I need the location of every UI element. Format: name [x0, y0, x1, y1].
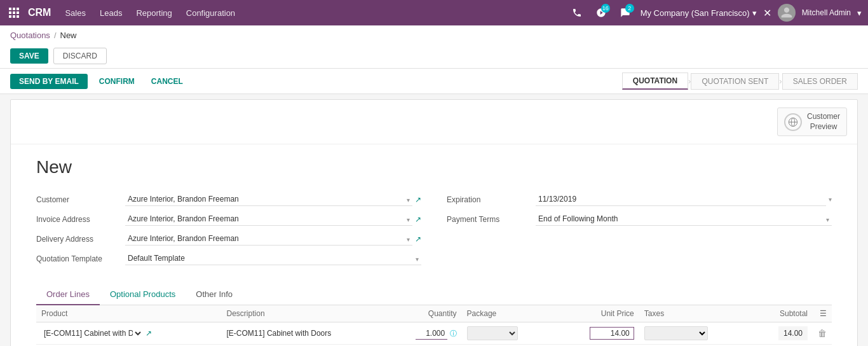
breadcrumb-separator: /	[54, 31, 57, 40]
quantity-info-icon[interactable]: ⓘ	[450, 329, 457, 337]
payment-terms-select-wrap[interactable]: End of Following Month	[536, 212, 832, 226]
description-input[interactable]	[227, 329, 379, 338]
invoice-address-value-wrap: Azure Interior, Brandon Freeman ↗	[125, 212, 421, 226]
status-quotation[interactable]: QUOTATION	[622, 73, 688, 90]
svg-rect-4	[13, 11, 15, 14]
payment-terms-select[interactable]: End of Following Month	[536, 212, 832, 226]
app-brand: CRM	[28, 7, 51, 18]
tab-optional-products[interactable]: Optional Products	[100, 284, 186, 305]
cell-package	[462, 322, 555, 345]
menu-configuration[interactable]: Configuration	[185, 6, 236, 20]
taxes-select[interactable]	[644, 326, 708, 340]
cancel-button[interactable]: CANCEL	[146, 74, 188, 89]
menu-reporting[interactable]: Reporting	[135, 6, 173, 20]
cell-quantity: ⓘ	[383, 322, 461, 345]
table-header-row: Product Description Quantity Package Uni…	[36, 305, 832, 322]
col-settings[interactable]: ☰	[813, 305, 832, 322]
topnav-right: 16 2 My Company (San Francisco) ▾ ✕ Mitc…	[568, 4, 862, 22]
cell-product: [E-COM11] Cabinet with Do... ↗	[36, 322, 222, 345]
invoice-address-select[interactable]: Azure Interior, Brandon Freeman	[125, 212, 412, 226]
svg-rect-1	[13, 8, 15, 10]
save-button[interactable]: SAVE	[10, 48, 48, 64]
invoice-address-select-wrap[interactable]: Azure Interior, Brandon Freeman	[125, 212, 412, 226]
unit-price-input[interactable]	[590, 327, 634, 340]
top-navigation: CRM Sales Leads Reporting Configuration …	[0, 0, 868, 25]
activity-icon[interactable]: 16	[592, 4, 610, 22]
menu-leads[interactable]: Leads	[98, 6, 123, 20]
messages-icon[interactable]: 2	[616, 4, 634, 22]
svg-rect-2	[17, 8, 19, 10]
tab-other-info[interactable]: Other Info	[186, 284, 243, 305]
customer-preview-button[interactable]: CustomerPreview	[777, 107, 847, 136]
svg-rect-6	[9, 15, 11, 18]
col-unit-price: Unit Price	[555, 305, 639, 322]
status-quotation-sent[interactable]: QUOTATION SENT	[691, 73, 779, 90]
form-right: Expiration ▾ Payment Terms End of Follow…	[447, 193, 832, 272]
col-subtotal: Subtotal	[752, 305, 813, 322]
form-grid: Customer Azure Interior, Brandon Freeman…	[36, 193, 832, 272]
doc-title: New	[36, 157, 832, 177]
svg-rect-3	[9, 11, 11, 14]
expiration-row: Expiration ▾	[447, 193, 832, 206]
expiration-input[interactable]	[536, 193, 826, 206]
quotation-template-select[interactable]: Default Template	[125, 252, 421, 265]
customer-select[interactable]: Azure Interior, Brandon Freeman	[125, 193, 412, 206]
main-menu: Sales Leads Reporting Configuration	[64, 6, 236, 20]
send-email-button[interactable]: SEND BY EMAIL	[10, 74, 88, 89]
user-name[interactable]: Mitchell Admin	[802, 8, 851, 17]
subtotal-value: 14.00	[778, 326, 808, 340]
payment-terms-label: Payment Terms	[447, 215, 529, 224]
tabs-bar: Order Lines Optional Products Other Info	[36, 284, 832, 305]
user-dropdown-icon: ▾	[857, 8, 862, 18]
action-bar: SAVE DISCARD	[10, 44, 858, 68]
cell-description	[222, 322, 384, 345]
messages-badge: 2	[625, 4, 634, 13]
doc-card-top: CustomerPreview	[11, 100, 857, 144]
payment-terms-value-wrap: End of Following Month	[536, 212, 832, 226]
company-dropdown-icon: ▾	[752, 8, 757, 18]
invoice-ext-link-icon[interactable]: ↗	[415, 215, 421, 224]
expiration-dropdown-icon: ▾	[829, 196, 832, 203]
customer-ext-link-icon[interactable]: ↗	[415, 195, 421, 204]
quotation-template-label: Quotation Template	[36, 254, 119, 263]
payment-terms-row: Payment Terms End of Following Month	[447, 212, 832, 226]
tab-order-lines[interactable]: Order Lines	[36, 284, 100, 305]
col-taxes: Taxes	[639, 305, 752, 322]
phone-icon[interactable]	[568, 4, 586, 22]
company-selector[interactable]: My Company (San Francisco) ▾	[641, 8, 757, 18]
col-package: Package	[462, 305, 555, 322]
quotation-template-row: Quotation Template Default Template	[36, 252, 421, 265]
close-icon[interactable]: ✕	[763, 7, 771, 19]
menu-sales[interactable]: Sales	[64, 6, 87, 20]
svg-rect-7	[13, 15, 15, 18]
expiration-value-wrap: ▾	[536, 193, 832, 206]
delivery-address-select[interactable]: Azure Interior, Brandon Freeman	[125, 232, 412, 246]
grid-menu-icon[interactable]	[6, 5, 22, 20]
col-product: Product	[36, 305, 222, 322]
cell-unit-price	[555, 322, 639, 345]
delivery-ext-link-icon[interactable]: ↗	[415, 235, 421, 244]
doc-body: New Customer Azure Interior, Brandon Fre…	[11, 144, 857, 346]
customer-value-wrap: Azure Interior, Brandon Freeman ↗	[125, 193, 421, 206]
customer-select-wrap[interactable]: Azure Interior, Brandon Freeman	[125, 193, 412, 206]
quotation-template-select-wrap[interactable]: Default Template	[125, 252, 421, 265]
product-field: [E-COM11] Cabinet with Do... ↗	[41, 328, 217, 338]
page-header: Quotations / New SAVE DISCARD	[0, 25, 868, 69]
package-select[interactable]	[467, 326, 518, 340]
product-ext-link-icon[interactable]: ↗	[146, 329, 152, 338]
company-name: My Company (San Francisco)	[641, 8, 750, 18]
discard-button[interactable]: DISCARD	[53, 48, 107, 64]
status-sales-order[interactable]: SALES ORDER	[782, 73, 858, 90]
quantity-input[interactable]	[416, 328, 447, 340]
expiration-label: Expiration	[447, 195, 529, 204]
delivery-address-value-wrap: Azure Interior, Brandon Freeman ↗	[125, 232, 421, 246]
confirm-button[interactable]: CONFIRM	[94, 74, 140, 89]
delivery-address-row: Delivery Address Azure Interior, Brandon…	[36, 232, 421, 246]
svg-rect-0	[9, 8, 11, 10]
product-select[interactable]: [E-COM11] Cabinet with Do...	[41, 328, 143, 338]
breadcrumb-parent[interactable]: Quotations	[10, 31, 50, 40]
customer-row: Customer Azure Interior, Brandon Freeman…	[36, 193, 421, 206]
delivery-address-select-wrap[interactable]: Azure Interior, Brandon Freeman	[125, 232, 412, 246]
customer-preview-label: CustomerPreview	[807, 112, 840, 132]
delete-row-icon[interactable]: 🗑	[818, 328, 827, 338]
